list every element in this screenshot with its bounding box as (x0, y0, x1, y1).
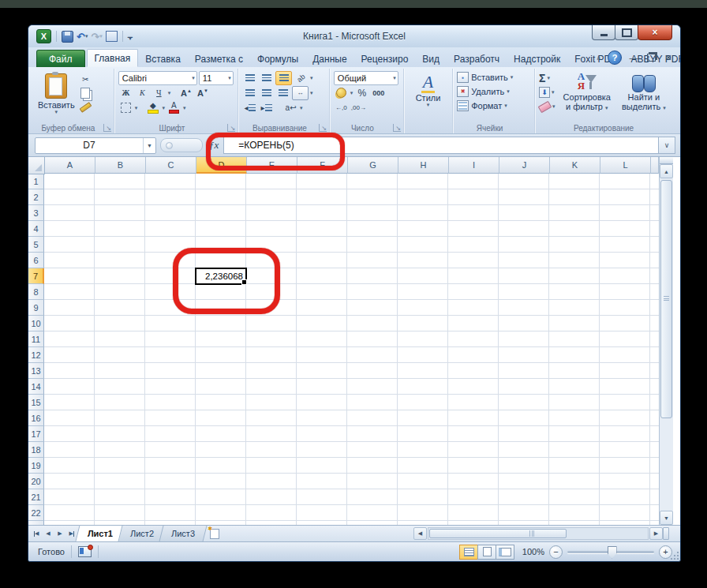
cell-J11[interactable] (499, 331, 549, 347)
cell-G17[interactable] (347, 426, 398, 442)
cell-E12[interactable] (246, 347, 297, 363)
cell-D7[interactable]: 2,236068 (196, 268, 246, 284)
cell-F12[interactable] (297, 347, 347, 363)
row-header-16[interactable]: 16 (28, 410, 44, 426)
cell-L13[interactable] (600, 363, 650, 379)
row-header-13[interactable]: 13 (28, 363, 44, 379)
cell-I19[interactable] (448, 458, 499, 474)
cell-H10[interactable] (398, 316, 448, 331)
delete-cells-button[interactable]: Удалить▾ (457, 84, 530, 99)
cell-C14[interactable] (145, 379, 196, 395)
row-header-15[interactable]: 15 (28, 395, 44, 410)
minimize-button[interactable] (592, 24, 615, 40)
cell-C11[interactable] (145, 331, 196, 347)
cell-J1[interactable] (499, 174, 549, 189)
cell-I22[interactable] (448, 505, 499, 521)
cell-B18[interactable] (95, 442, 145, 458)
cell-L20[interactable] (600, 474, 650, 489)
cell-C1[interactable] (145, 174, 196, 189)
cell-E16[interactable] (246, 410, 297, 426)
cell-H9[interactable] (398, 300, 448, 316)
cell-D19[interactable] (196, 458, 246, 474)
italic-button[interactable]: К (135, 87, 150, 99)
cell-G7[interactable] (347, 268, 398, 284)
cell-E19[interactable] (246, 458, 297, 474)
row-header-22[interactable]: 22 (28, 505, 44, 521)
column-header-L[interactable]: L (600, 157, 651, 174)
cell-K18[interactable] (549, 442, 600, 458)
increase-decimal-icon[interactable]: ←,0 (334, 102, 349, 114)
cell-F11[interactable] (297, 331, 347, 347)
cell-B1[interactable] (95, 174, 145, 189)
page-layout-view-icon[interactable] (477, 545, 496, 560)
cell-F8[interactable] (297, 284, 347, 300)
cell-H7[interactable] (398, 268, 448, 284)
cell-E6[interactable] (246, 253, 297, 268)
cell-H2[interactable] (398, 189, 448, 205)
cell-D9[interactable] (196, 300, 246, 316)
copy-icon[interactable] (78, 87, 93, 99)
cell-B17[interactable] (95, 426, 145, 442)
row-header-11[interactable]: 11 (28, 331, 44, 347)
cell-D2[interactable] (196, 189, 246, 205)
cell-K17[interactable] (549, 426, 600, 442)
cell-D12[interactable] (196, 347, 246, 363)
formula-input[interactable]: =КОРЕНЬ(5) (223, 137, 658, 154)
cell-L3[interactable] (600, 205, 650, 221)
cell-J3[interactable] (499, 205, 549, 221)
cell-E10[interactable] (246, 316, 297, 331)
cell-F3[interactable] (297, 205, 347, 221)
cell-D16[interactable] (196, 410, 246, 426)
cell-F7[interactable] (297, 268, 347, 284)
font-size-combo[interactable]: 11▾ (199, 71, 234, 85)
cell-D17[interactable] (196, 426, 246, 442)
cell-A20[interactable] (44, 474, 95, 489)
cell-J17[interactable] (499, 426, 549, 442)
cell-G22[interactable] (347, 505, 398, 521)
cell-B16[interactable] (95, 410, 145, 426)
column-header-H[interactable]: H (398, 157, 449, 174)
cell-J4[interactable] (499, 221, 549, 237)
cell-B14[interactable] (95, 379, 145, 395)
cell-G13[interactable] (347, 363, 398, 379)
normal-view-icon[interactable] (459, 545, 478, 560)
cell-J22[interactable] (499, 505, 549, 521)
vertical-scroll-track[interactable] (660, 178, 673, 511)
cell-E8[interactable] (246, 284, 297, 300)
cell-C2[interactable] (145, 189, 196, 205)
cell-F17[interactable] (297, 426, 347, 442)
column-header-F[interactable]: F (297, 157, 348, 174)
cell-E1[interactable] (246, 174, 297, 189)
cell-H15[interactable] (398, 395, 448, 410)
row-header-10[interactable]: 10 (28, 316, 44, 331)
row-header-20[interactable]: 20 (28, 474, 44, 489)
cell-L10[interactable] (600, 316, 650, 331)
cell-K8[interactable] (549, 284, 600, 300)
column-header-J[interactable]: J (499, 157, 550, 174)
cell-H12[interactable] (398, 347, 448, 363)
column-header-A[interactable]: A (45, 157, 95, 174)
cell-B10[interactable] (95, 316, 145, 331)
cell-I12[interactable] (448, 347, 499, 363)
sort-filter-button[interactable]: АЯ Сортировкаи фильтр ▾ (560, 70, 614, 113)
cell-E7[interactable] (246, 268, 297, 284)
cell-I8[interactable] (448, 284, 499, 300)
cell-H17[interactable] (398, 426, 448, 442)
cell-C3[interactable] (145, 205, 196, 221)
tab-Файл[interactable]: Файл (36, 50, 85, 67)
cell-A6[interactable] (44, 253, 95, 268)
cell-L16[interactable] (600, 410, 650, 426)
cell-B6[interactable] (95, 253, 145, 268)
cell-K22[interactable] (549, 505, 600, 521)
row-header-1[interactable]: 1 (28, 174, 44, 189)
cell-L9[interactable] (600, 300, 650, 316)
cell-L22[interactable] (600, 505, 650, 521)
cell-A17[interactable] (44, 426, 95, 442)
row-header-18[interactable]: 18 (28, 442, 44, 458)
cell-E14[interactable] (246, 379, 297, 395)
cell-L21[interactable] (600, 489, 650, 505)
cell-H19[interactable] (398, 458, 448, 474)
cell-J21[interactable] (499, 489, 549, 505)
insert-function-icon[interactable]: ƒx (209, 139, 219, 152)
cell-K14[interactable] (549, 379, 600, 395)
